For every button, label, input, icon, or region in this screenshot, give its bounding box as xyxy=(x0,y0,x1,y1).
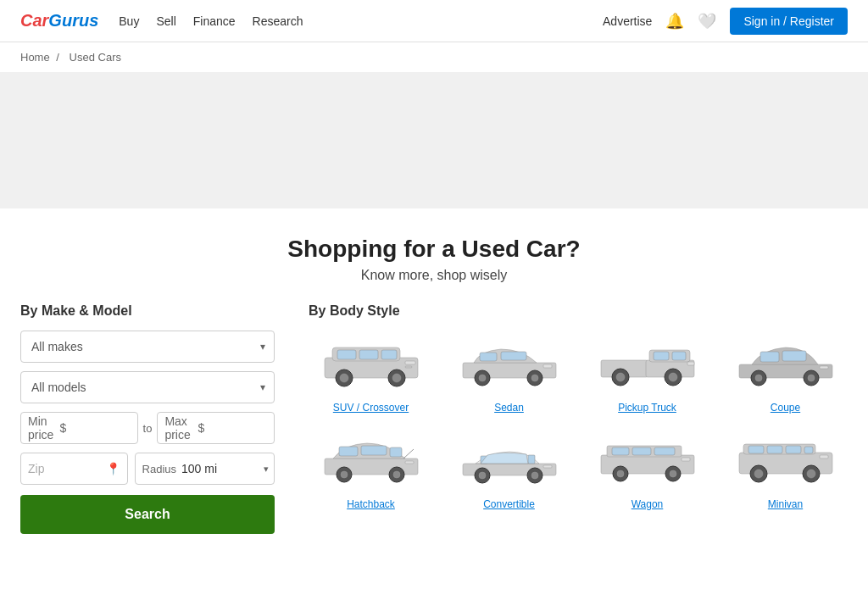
nav-sell[interactable]: Sell xyxy=(156,14,175,28)
svg-point-6 xyxy=(340,374,348,382)
search-button[interactable]: Search xyxy=(20,495,275,534)
min-price-input[interactable] xyxy=(70,413,130,443)
suv-image xyxy=(316,331,426,398)
wagon-svg xyxy=(597,436,698,486)
svg-rect-4 xyxy=(381,350,397,359)
svg-point-61 xyxy=(617,470,624,477)
make-select-wrapper: All makes BMW Ford Honda Toyota Chevrole… xyxy=(20,331,275,363)
max-dollar-sign: $ xyxy=(198,421,205,435)
breadcrumb-current: Used Cars xyxy=(70,51,121,64)
svg-rect-39 xyxy=(361,446,387,455)
svg-rect-49 xyxy=(528,455,535,464)
max-price-field: Max price $ xyxy=(157,412,275,444)
body-style-coupe[interactable]: Coupe xyxy=(723,331,848,414)
body-style-sedan[interactable]: Sedan xyxy=(447,331,571,414)
svg-line-45 xyxy=(403,449,414,458)
search-panel: By Make & Model All makes BMW Ford Honda… xyxy=(20,303,275,534)
hatchback-image xyxy=(316,427,426,495)
pickup-image xyxy=(593,331,703,398)
minivan-svg xyxy=(735,436,837,486)
hatchback-label: Hatchback xyxy=(347,498,395,510)
sedan-svg xyxy=(459,339,560,390)
svg-rect-30 xyxy=(760,352,779,362)
model-select-wrapper: All models ▾ xyxy=(20,371,275,403)
header-right: Advertise 🔔 🤍 Sign in / Register xyxy=(603,8,848,35)
nav-research[interactable]: Research xyxy=(253,14,303,28)
favorites-icon[interactable]: 🤍 xyxy=(698,12,716,31)
location-pin-icon[interactable]: 📍 xyxy=(106,462,120,475)
location-row: 📍 Radius 25 mi 50 mi 75 mi 100 mi 200 mi… xyxy=(20,453,275,485)
convertible-svg xyxy=(459,436,560,486)
body-style-suv[interactable]: SUV / Crossover xyxy=(309,331,433,414)
model-select[interactable]: All models xyxy=(21,372,274,403)
svg-rect-18 xyxy=(543,364,552,368)
hatchback-svg xyxy=(320,436,422,486)
nav-finance[interactable]: Finance xyxy=(193,14,236,28)
coupe-image xyxy=(731,331,841,398)
main-nav: Buy Sell Finance Research xyxy=(119,14,303,28)
max-price-input[interactable] xyxy=(208,413,267,443)
body-style-wagon[interactable]: Wagon xyxy=(585,427,709,510)
breadcrumb-home[interactable]: Home xyxy=(20,51,50,64)
suv-label: SUV / Crossover xyxy=(333,402,409,414)
svg-point-8 xyxy=(392,374,401,382)
logo-car-text: Car xyxy=(20,11,48,31)
notification-icon[interactable]: 🔔 xyxy=(665,12,684,31)
ad-banner xyxy=(0,73,868,208)
svg-rect-57 xyxy=(612,447,629,455)
svg-rect-54 xyxy=(543,465,552,468)
signin-button[interactable]: Sign in / Register xyxy=(730,8,848,35)
sedan-image xyxy=(454,331,565,398)
svg-rect-28 xyxy=(687,362,694,365)
convertible-image xyxy=(454,427,565,495)
svg-point-42 xyxy=(341,471,348,478)
svg-rect-67 xyxy=(748,446,764,453)
search-section-title: By Make & Model xyxy=(20,303,275,319)
svg-point-72 xyxy=(754,470,763,478)
svg-rect-40 xyxy=(390,447,402,457)
coupe-label: Coupe xyxy=(771,402,800,414)
svg-rect-64 xyxy=(682,458,690,461)
body-style-minivan[interactable]: Minivan xyxy=(723,427,848,510)
minivan-label: Minivan xyxy=(768,498,803,510)
logo[interactable]: CarGurus xyxy=(20,11,98,31)
svg-point-33 xyxy=(755,375,762,381)
logo-gurus-text: Gurus xyxy=(48,11,98,31)
zip-input[interactable] xyxy=(28,453,106,484)
advertise-link[interactable]: Advertise xyxy=(603,14,652,28)
convertible-label: Convertible xyxy=(483,498,535,510)
header: CarGurus Buy Sell Finance Research Adver… xyxy=(0,0,868,42)
page-title: Shopping for a Used Car? xyxy=(20,236,848,263)
svg-rect-46 xyxy=(405,461,414,464)
svg-point-53 xyxy=(531,472,538,479)
body-style-pickup[interactable]: Pickup Truck xyxy=(585,331,709,414)
pickup-svg xyxy=(597,339,698,390)
svg-point-51 xyxy=(479,472,486,479)
svg-point-44 xyxy=(393,471,400,478)
svg-rect-10 xyxy=(405,366,412,368)
body-style-title: By Body Style xyxy=(309,303,848,319)
svg-rect-9 xyxy=(405,361,415,364)
svg-rect-31 xyxy=(782,351,806,361)
svg-point-25 xyxy=(616,373,625,381)
wagon-label: Wagon xyxy=(632,498,664,510)
svg-rect-69 xyxy=(786,446,801,453)
max-price-label: Max price xyxy=(164,414,194,442)
heading-section: Shopping for a Used Car? Know more, shop… xyxy=(20,208,848,303)
make-select[interactable]: All makes BMW Ford Honda Toyota Chevrole… xyxy=(21,331,274,362)
svg-point-35 xyxy=(808,375,815,381)
svg-point-63 xyxy=(670,470,676,477)
two-col-layout: By Make & Model All makes BMW Ford Honda… xyxy=(20,303,848,568)
body-style-panel: By Body Style xyxy=(309,303,848,534)
breadcrumb-separator: / xyxy=(56,51,59,64)
radius-select[interactable]: 25 mi 50 mi 75 mi 100 mi 200 mi Any dist… xyxy=(180,453,267,484)
body-style-hatchback[interactable]: Hatchback xyxy=(309,427,433,510)
page-subtitle: Know more, shop wisely xyxy=(20,268,848,283)
breadcrumb: Home / Used Cars xyxy=(0,42,868,73)
nav-buy[interactable]: Buy xyxy=(119,14,139,28)
wagon-image xyxy=(593,427,703,495)
svg-rect-12 xyxy=(480,353,497,361)
svg-rect-3 xyxy=(359,350,378,359)
svg-rect-68 xyxy=(767,446,782,453)
body-style-convertible[interactable]: Convertible xyxy=(447,427,571,510)
